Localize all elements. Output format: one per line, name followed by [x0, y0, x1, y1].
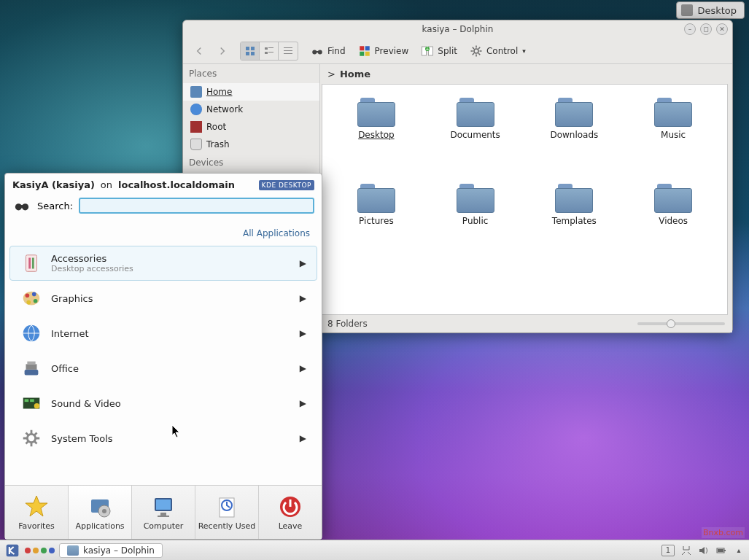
folder-public[interactable]: Public [429, 184, 522, 264]
tab-label: Computer [144, 521, 184, 531]
category-graphics[interactable]: Graphics▶ [9, 281, 317, 316]
breadcrumb-home[interactable]: Home [340, 69, 370, 79]
search-input[interactable] [79, 198, 314, 214]
folder-videos[interactable]: Videos [626, 184, 720, 264]
chevron-right-icon: ▶ [300, 398, 306, 408]
clipboard-tray-icon[interactable] [680, 545, 692, 556]
category-internet[interactable]: Internet▶ [9, 316, 317, 351]
find-button[interactable]: Find [306, 41, 350, 61]
zoom-slider[interactable] [375, 322, 725, 325]
places-label: Home [206, 87, 232, 97]
places-label: Trash [206, 139, 230, 149]
icons-view-button[interactable] [241, 42, 260, 60]
svg-rect-8 [284, 47, 292, 48]
kickoff-launcher-button[interactable] [4, 542, 20, 559]
category-label: Internet [51, 328, 291, 339]
tray-expand-icon[interactable]: ▴ [733, 545, 745, 556]
svg-point-29 [23, 292, 40, 306]
category-label: Accessories [51, 253, 291, 264]
close-button[interactable]: ✕ [716, 23, 728, 35]
folder-pictures[interactable]: Pictures [330, 184, 423, 264]
keyboard-layout-indicator[interactable]: 1 [661, 545, 675, 556]
watermark: Bnxb.com [702, 527, 745, 538]
places-label: Network [206, 104, 243, 114]
tab-favorites[interactable]: Favorites [5, 486, 69, 539]
graphics-icon [20, 287, 42, 309]
task-title: kasiya – Dolphin [83, 545, 155, 556]
binoculars-icon [310, 44, 325, 58]
svg-point-22 [474, 49, 478, 53]
category-system[interactable]: System Tools▶ [9, 421, 317, 456]
places-item-trash[interactable]: Trash [183, 136, 319, 153]
tab-label: Favorites [18, 521, 55, 531]
all-applications-link[interactable]: All Applications [5, 221, 322, 246]
folder-icon [457, 98, 494, 127]
task-dolphin[interactable]: kasiya – Dolphin [59, 543, 163, 558]
globe-icon [190, 104, 202, 115]
dolphin-titlebar[interactable]: kasiya – Dolphin – ◻ ✕ [183, 20, 732, 38]
split-icon: + [420, 44, 435, 58]
svg-point-33 [26, 300, 31, 305]
accessories-icon [20, 252, 42, 274]
hostname: localhost.localdomain [118, 179, 235, 190]
chevron-right-icon: ▶ [300, 258, 306, 268]
battery-tray-icon[interactable] [715, 545, 727, 556]
breadcrumb[interactable]: > Home [320, 64, 732, 84]
tab-computer[interactable]: Computer [132, 486, 195, 539]
volume-tray-icon[interactable] [698, 545, 710, 556]
folder-music[interactable]: Music [626, 98, 720, 178]
category-label: Graphics [51, 293, 291, 304]
computer-icon [150, 494, 176, 520]
tab-applications[interactable]: Applications [69, 486, 132, 539]
category-multimedia[interactable]: Sound & Video▶ [9, 386, 317, 421]
taskbar-panel: kasiya – Dolphin 1 ▴ [0, 540, 749, 560]
svg-rect-3 [251, 52, 255, 55]
leave-icon [277, 494, 303, 520]
compact-view-button[interactable] [260, 42, 279, 60]
svg-rect-13 [316, 51, 319, 52]
dolphin-toolbar: Find Preview + Split Control ▾ [183, 38, 732, 64]
folder-label: Documents [450, 130, 500, 140]
desktop-folder-widget[interactable]: Desktop [676, 1, 745, 19]
file-view[interactable]: DesktopDocumentsDownloadsMusicPicturesPu… [322, 84, 728, 315]
folder-label: Public [462, 216, 489, 226]
tab-recently-used[interactable]: Recently Used [195, 486, 259, 539]
kde-badge: KDE DESKTOP [259, 180, 314, 190]
places-item-root[interactable]: Root [183, 118, 319, 136]
control-button[interactable]: Control ▾ [465, 41, 530, 61]
preview-button[interactable]: Preview [353, 41, 414, 61]
folder-icon [457, 184, 494, 213]
minimize-button[interactable]: – [684, 23, 696, 35]
folder-icon [654, 98, 692, 127]
back-button[interactable] [189, 41, 209, 61]
maximize-button[interactable]: ◻ [700, 23, 712, 35]
places-item-home[interactable]: Home [183, 83, 319, 101]
status-bar: 8 Folders [320, 315, 732, 332]
svg-rect-17 [365, 51, 369, 55]
svg-rect-27 [28, 258, 31, 269]
folder-label: Desktop [358, 130, 395, 140]
search-row: Search: [5, 195, 322, 221]
category-accessories[interactable]: AccessoriesDesktop accessories▶ [9, 246, 317, 281]
folder-documents[interactable]: Documents [429, 98, 522, 178]
forward-button[interactable] [212, 41, 233, 61]
places-label: Root [206, 122, 226, 132]
places-item-network[interactable]: Network [183, 101, 319, 118]
breadcrumb-separator: > [327, 69, 335, 79]
folder-desktop[interactable]: Desktop [330, 98, 423, 178]
pager[interactable] [25, 548, 55, 553]
binoculars-icon [12, 198, 31, 214]
gear-icon [469, 44, 484, 58]
folder-downloads[interactable]: Downloads [528, 98, 621, 178]
svg-rect-35 [25, 370, 39, 376]
folder-label: Videos [659, 216, 688, 226]
svg-rect-40 [30, 399, 34, 402]
details-view-button[interactable] [279, 42, 298, 60]
split-button[interactable]: + Split [416, 41, 462, 61]
category-office[interactable]: Office▶ [9, 351, 317, 386]
tab-leave[interactable]: Leave [259, 486, 322, 539]
svg-rect-37 [27, 362, 35, 365]
view-mode-group [240, 42, 298, 61]
folder-templates[interactable]: Templates [528, 184, 621, 264]
apps-icon [87, 494, 113, 520]
